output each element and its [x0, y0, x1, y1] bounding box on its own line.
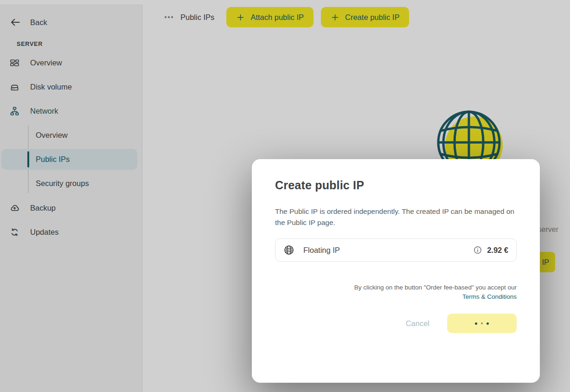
loading-dot — [481, 322, 483, 324]
page: Back SERVER Overview Disk volume Network — [0, 0, 570, 392]
option-price-group: 2.92 € — [473, 245, 508, 255]
create-public-ip-modal: Create public IP The Public IP is ordere… — [252, 159, 540, 383]
order-fee-based-button-loading[interactable] — [447, 314, 517, 333]
floating-ip-option-row[interactable]: Floating IP 2.92 € — [275, 238, 517, 262]
modal-actions: Cancel — [275, 314, 517, 333]
terms-and-conditions-link[interactable]: Terms & Conditions — [275, 292, 517, 302]
terms-text: By clicking on the button "Order fee-bas… — [354, 284, 517, 291]
modal-description: The Public IP is ordered independently. … — [275, 206, 517, 228]
option-price: 2.92 € — [487, 246, 508, 255]
modal-title: Create public IP — [275, 179, 517, 192]
option-label: Floating IP — [303, 246, 340, 255]
terms-notice: By clicking on the button "Order fee-bas… — [275, 283, 517, 302]
info-icon[interactable] — [473, 245, 482, 255]
globe-icon — [283, 244, 295, 256]
loading-dot — [487, 322, 489, 325]
cancel-button[interactable]: Cancel — [406, 319, 429, 328]
loading-dot — [475, 322, 477, 325]
